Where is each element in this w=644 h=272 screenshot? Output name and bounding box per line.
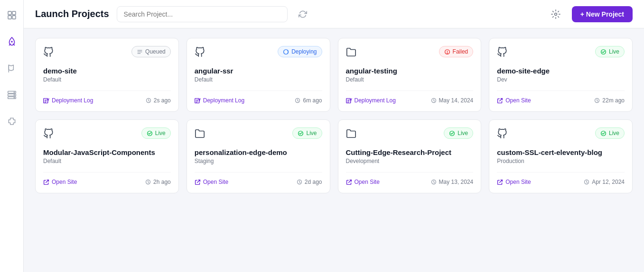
svg-rect-1 bbox=[12, 11, 16, 15]
link-label: Deployment Log bbox=[355, 97, 396, 104]
time-label: 22m ago bbox=[602, 97, 625, 104]
status-badge: Live bbox=[595, 127, 625, 139]
card-header: Live bbox=[497, 46, 625, 57]
card-footer: Open Site 22m ago bbox=[497, 91, 625, 104]
status-badge: Deploying bbox=[278, 46, 322, 57]
sidebar bbox=[0, 0, 24, 272]
project-env: Default bbox=[43, 76, 171, 83]
card-body: demo-site Default bbox=[43, 67, 171, 83]
link-label: Open Site bbox=[355, 179, 380, 185]
svg-point-9 bbox=[14, 92, 14, 92]
settings-button[interactable] bbox=[547, 6, 564, 23]
link-label: Open Site bbox=[203, 179, 228, 185]
time-label: 6m ago bbox=[303, 97, 322, 104]
project-card-modular-js: Live Modular-JavaScript-Components Defau… bbox=[35, 119, 179, 193]
card-link[interactable]: Deployment Log bbox=[346, 97, 396, 104]
card-header: Deploying bbox=[195, 46, 322, 57]
link-icon bbox=[346, 97, 352, 104]
card-header: Live bbox=[346, 127, 474, 139]
card-time: 2h ago bbox=[145, 179, 171, 185]
refresh-button[interactable] bbox=[295, 7, 310, 22]
project-env: Default bbox=[43, 158, 171, 164]
card-link[interactable]: Open Site bbox=[43, 178, 77, 185]
status-badge: Live bbox=[595, 46, 625, 57]
svg-point-4 bbox=[11, 41, 13, 43]
project-env: Default bbox=[346, 76, 474, 83]
svg-rect-0 bbox=[8, 11, 11, 15]
project-name: demo-site bbox=[43, 67, 171, 75]
sidebar-flag-icon[interactable] bbox=[4, 61, 19, 76]
card-time: May 14, 2024 bbox=[431, 97, 474, 104]
status-badge: Queued bbox=[131, 46, 171, 57]
project-card-custom-ssl: Live custom-SSL-cert-eleventy-blog Produ… bbox=[489, 119, 633, 193]
status-label: Queued bbox=[145, 48, 166, 55]
status-label: Deploying bbox=[291, 48, 317, 55]
time-label: May 14, 2024 bbox=[439, 97, 474, 104]
card-time: 2d ago bbox=[297, 179, 322, 185]
project-icon-github bbox=[43, 127, 54, 139]
card-body: angular-ssr Default bbox=[195, 67, 322, 83]
link-label: Deployment Log bbox=[203, 97, 244, 104]
project-card-personalization-edge: Live personalization-edge-demo Staging O… bbox=[187, 119, 330, 193]
card-body: Modular-JavaScript-Components Default bbox=[43, 148, 171, 164]
project-name: angular-ssr bbox=[195, 67, 322, 75]
card-footer: Deployment Log 6m ago bbox=[195, 91, 322, 104]
project-env: Staging bbox=[195, 158, 322, 164]
project-card-angular-ssr: Deploying angular-ssr Default Deployment… bbox=[187, 38, 330, 112]
link-label: Open Site bbox=[52, 179, 77, 185]
project-name: demo-site-edge bbox=[497, 67, 625, 75]
svg-point-12 bbox=[554, 13, 557, 15]
link-label: Open Site bbox=[505, 179, 531, 185]
project-name: angular-testing bbox=[346, 67, 474, 75]
link-icon bbox=[43, 178, 49, 185]
project-icon-github bbox=[497, 127, 507, 139]
project-card-cutting-edge: Live Cutting-Edge-Research-Project Devel… bbox=[338, 119, 482, 193]
card-footer: Open Site May 13, 2024 bbox=[346, 172, 474, 185]
link-icon bbox=[346, 178, 352, 185]
card-body: Cutting-Edge-Research-Project Developmen… bbox=[346, 148, 474, 164]
sidebar-rocket-icon[interactable] bbox=[4, 34, 19, 49]
svg-rect-2 bbox=[8, 16, 11, 19]
status-badge: Live bbox=[141, 127, 171, 139]
project-name: Cutting-Edge-Research-Project bbox=[346, 148, 474, 156]
card-header: Failed bbox=[346, 46, 474, 57]
time-label: May 13, 2024 bbox=[439, 179, 474, 185]
status-label: Live bbox=[457, 130, 468, 136]
card-link[interactable]: Open Site bbox=[497, 97, 531, 104]
project-card-angular-testing: Failed angular-testing Default Deploymen… bbox=[338, 38, 482, 112]
card-header: Queued bbox=[43, 46, 171, 57]
link-label: Open Site bbox=[505, 97, 531, 104]
card-link[interactable]: Open Site bbox=[195, 178, 228, 185]
link-icon bbox=[497, 178, 503, 185]
card-footer: Open Site Apr 12, 2024 bbox=[497, 172, 625, 185]
card-link[interactable]: Open Site bbox=[497, 178, 531, 185]
sidebar-server-icon[interactable] bbox=[4, 87, 19, 102]
project-name: personalization-edge-demo bbox=[195, 148, 322, 156]
search-input[interactable] bbox=[117, 6, 288, 22]
status-label: Live bbox=[155, 130, 166, 136]
status-label: Live bbox=[306, 130, 317, 136]
status-badge: Live bbox=[444, 127, 473, 139]
project-icon-github bbox=[497, 46, 507, 57]
link-icon bbox=[43, 97, 49, 104]
card-body: demo-site-edge Dev bbox=[497, 67, 625, 83]
page-title: Launch Projects bbox=[35, 9, 109, 19]
card-link[interactable]: Open Site bbox=[346, 178, 380, 185]
project-env: Production bbox=[497, 158, 625, 164]
card-body: angular-testing Default bbox=[346, 67, 474, 83]
card-header: Live bbox=[43, 127, 171, 139]
project-card-demo-site-edge: Live demo-site-edge Dev Open Site 22m ag… bbox=[489, 38, 633, 112]
link-icon bbox=[497, 97, 503, 104]
card-body: custom-SSL-cert-eleventy-blog Production bbox=[497, 148, 625, 164]
sidebar-grid-icon[interactable] bbox=[4, 8, 19, 23]
card-footer: Deployment Log 2s ago bbox=[43, 91, 171, 104]
svg-point-23 bbox=[447, 53, 447, 53]
project-env: Dev bbox=[497, 76, 625, 83]
card-time: 22m ago bbox=[594, 97, 625, 104]
card-body: personalization-edge-demo Staging bbox=[195, 148, 322, 164]
card-time: 2s ago bbox=[146, 97, 171, 104]
sidebar-puzzle-icon[interactable] bbox=[4, 114, 19, 129]
new-project-button[interactable]: + New Project bbox=[572, 6, 633, 22]
card-link[interactable]: Deployment Log bbox=[43, 97, 93, 104]
card-link[interactable]: Deployment Log bbox=[195, 97, 244, 104]
